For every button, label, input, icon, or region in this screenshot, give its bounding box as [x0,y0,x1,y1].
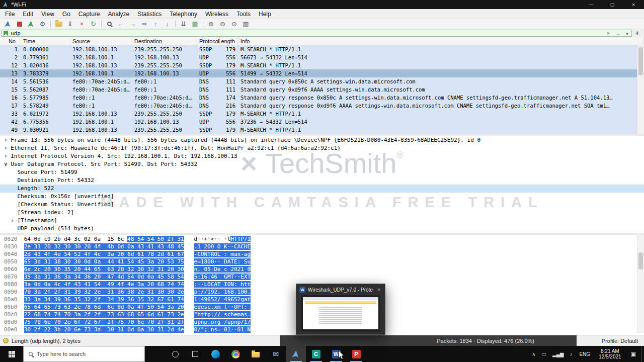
battery-icon[interactable]: ▭ [539,351,549,357]
packet-row[interactable]: 20.779361192.168.100.1192.168.100.13UDP5… [0,53,637,61]
hex-row[interactable]: 0070 35 3a 31 36 3a 34 36 20 47 4d 54 0d… [0,273,644,281]
start-capture-icon[interactable] [2,20,14,29]
network-icon[interactable]: ▂▄▆ [549,351,567,357]
restart-capture-icon[interactable] [25,20,37,29]
display-filter-input[interactable]: udp × → ▾ [2,30,632,37]
reload-icon[interactable]: ↻ [88,20,99,29]
status-profile[interactable]: Profile: Default [602,335,638,346]
detail-line[interactable]: › Frame 13: 556 bytes on wire (4448 bits… [0,136,644,144]
packet-row[interactable]: 133.783379192.168.100.1192.168.100.13UDP… [0,69,637,77]
packet-row[interactable]: 336.021972192.168.100.13239.255.255.250S… [0,110,637,118]
column-header-no[interactable]: No. [0,37,20,45]
colorize-icon[interactable]: ▦ [189,20,201,29]
volume-icon[interactable]: ♪ [567,351,575,357]
zoom-reset-icon[interactable]: ⊙ [228,20,240,29]
detail-line[interactable]: › [Timestamps] [0,217,644,225]
detail-line[interactable]: › Ethernet II, Src: HuaweiTe_dc:46:1f (9… [0,144,644,152]
go-to-packet-icon[interactable]: ⇒ [138,20,150,29]
stop-capture-icon[interactable] [14,20,25,29]
menu-view[interactable]: View [37,10,58,19]
taskbar-search-input[interactable]: Type here to search [23,346,145,362]
column-header-info[interactable]: Info [237,37,644,45]
taskbar-task-view-button[interactable] [185,346,205,362]
packet-row[interactable]: 155.562087fe80::70ae:24b5:d…fe80::1DNS11… [0,85,637,94]
taskbar-camtasia-button[interactable]: C [306,346,326,362]
hex-row[interactable]: 0040 2d 43 4f 4e 54 52 4f 4c 3a 20 6d 61… [0,250,644,258]
detail-line[interactable]: › Internet Protocol Version 4, Src: 192.… [0,152,644,160]
resize-columns-icon[interactable]: ▥ [240,20,252,29]
auto-scroll-icon[interactable]: ⇊ [178,20,189,29]
filter-value[interactable]: udp [11,30,603,37]
packet-row[interactable]: 10.000000192.168.100.13239.255.255.250SS… [0,45,637,53]
menu-analyze[interactable]: Analyze [104,10,134,19]
first-packet-icon[interactable]: ↑ [150,20,162,29]
column-header-destination[interactable]: Destination [132,37,197,45]
zoom-out-icon[interactable]: ⊖ [217,20,228,29]
packet-row[interactable]: 165.577985fe80::1fe80::70ae:24b5:d…DNS17… [0,94,637,102]
detail-line[interactable]: ∨ User Datagram Protocol, Src Port: 5149… [0,160,644,168]
capture-options-icon[interactable]: ⚙ [37,20,48,29]
packet-row[interactable]: 123.020436192.168.100.13239.255.255.250S… [0,61,637,69]
taskbar-file-explorer-button[interactable] [246,346,266,362]
detail-line[interactable]: Length: 522 [0,185,644,193]
close-button[interactable]: × [623,0,644,9]
detail-line[interactable]: Destination Port: 54332 [0,176,644,185]
menu-statistics[interactable]: Statistics [133,10,166,19]
add-filter-button[interactable]: + [632,30,642,37]
filter-dropdown-icon[interactable]: ▾ [624,31,630,36]
hex-row[interactable]: 0050 65 3d 31 38 30 30 0d 0a 44 41 54 45… [0,258,644,265]
taskbar-cortana-button[interactable] [165,346,185,362]
taskbar-edge-button[interactable] [205,346,225,362]
packet-list-scrollbar-thumb[interactable] [638,47,643,75]
taskbar-wireshark-button[interactable] [286,346,306,362]
save-file-icon[interactable]: ⇓ [64,20,76,29]
menu-wireless[interactable]: Wireless [201,10,232,19]
detail-line[interactable]: Checksum: 0x156c [unverified] [0,193,644,201]
hex-row[interactable]: 0020 64 0d c9 2b d4 3c 02 0a 15 6c 48 54… [0,235,644,243]
find-packet-icon[interactable] [104,20,115,29]
last-packet-icon[interactable]: ↓ [162,20,173,29]
taskbar-clock[interactable]: 8:21 AM 12/5/2021 [594,348,626,359]
detail-line[interactable]: Source Port: 51499 [0,168,644,176]
menu-go[interactable]: Go [58,10,74,19]
close-file-icon[interactable]: × [76,20,88,29]
minimize-button[interactable]: — [581,0,602,9]
language-indicator[interactable]: ENG [575,351,594,357]
filter-bookmark-icon[interactable] [4,31,8,36]
detail-line[interactable]: [Checksum Status: Unverified] [0,201,644,209]
filter-clear-icon[interactable]: × [605,31,611,36]
column-header-time[interactable]: Time [20,37,70,45]
taskbar-chrome-button[interactable] [225,346,246,362]
hex-row[interactable]: 0060 6e 2c 20 30 35 20 44 65 63 20 32 30… [0,265,644,273]
menu-tools[interactable]: Tools [232,10,255,19]
expert-info-icon[interactable] [3,338,9,343]
menu-file[interactable]: File [1,10,19,19]
hex-view-scrollbar-thumb[interactable] [638,252,643,269]
zoom-in-icon[interactable]: ⊕ [205,20,217,29]
preview-thumbnail[interactable] [301,295,380,331]
taskbar-preview-popup[interactable]: W Wireshark_UDP_v7.0 - Protecte... × [296,284,385,335]
packet-row[interactable]: 175.578249fe80::1fe80::70ae:24b5:d…DNS21… [0,102,637,110]
hex-row[interactable]: 0030 2e 31 20 32 30 30 20 4f 4b 0d 0a 43… [0,243,644,250]
go-back-icon[interactable]: ← [115,20,127,29]
detail-line[interactable]: [Stream index: 2] [0,209,644,217]
menu-edit[interactable]: Edit [19,10,37,19]
show-desktop-button[interactable] [641,346,644,362]
column-header-length[interactable]: Length [220,37,237,45]
go-forward-icon[interactable]: → [127,20,138,29]
packet-row[interactable]: 499.030921192.168.100.13239.255.255.250S… [0,126,637,134]
taskbar-mail-button[interactable]: ✉ [266,346,286,362]
start-button[interactable] [0,346,23,362]
preview-close-icon[interactable]: × [376,287,382,293]
menu-telephony[interactable]: Telephony [166,10,201,19]
packet-list-scrollbar[interactable] [637,45,644,134]
filter-apply-icon[interactable]: → [614,31,622,36]
open-file-icon[interactable] [53,20,64,29]
hidden-icons-chevron[interactable]: ∧ [529,351,538,357]
taskbar-powerpoint-button[interactable]: P [346,346,366,362]
packet-row[interactable]: 426.775356192.168.100.1192.168.100.13UDP… [0,118,637,126]
column-header-source[interactable]: Source [70,37,132,45]
column-header-protocol[interactable]: Protocol [197,37,220,45]
hex-view-scrollbar[interactable] [637,235,644,333]
maximize-button[interactable]: ▢ [602,0,623,9]
